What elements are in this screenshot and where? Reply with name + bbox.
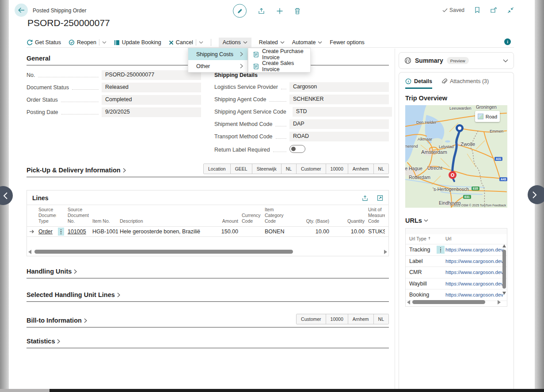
selected-handling-unit-lines-section-header[interactable]: Selected Handling Unit Lines xyxy=(27,291,389,302)
field-value[interactable]: 9/20/2025 xyxy=(102,107,201,117)
related-menu-button[interactable]: Related xyxy=(259,39,285,46)
chip[interactable]: 10000 xyxy=(326,314,348,324)
share-icon[interactable] xyxy=(361,195,369,202)
column-header[interactable]: Item Category Code xyxy=(263,207,292,224)
chip[interactable]: NL xyxy=(373,314,388,324)
url-table-row[interactable]: Tracking https://www.cargoson.dev xyxy=(406,244,507,256)
chip[interactable]: NL xyxy=(281,164,296,174)
chip[interactable]: Arnhem xyxy=(348,314,373,324)
map-city-label: Lelystad xyxy=(439,145,454,149)
column-header[interactable]: Unit of Measure Code xyxy=(366,207,385,224)
pickup-delivery-section-header[interactable]: Pick-Up & Delivery Information Location … xyxy=(27,164,389,177)
chip[interactable]: Arnhem xyxy=(348,164,373,174)
column-header[interactable]: Item No. xyxy=(91,218,118,224)
chip[interactable]: Steenwijk xyxy=(252,164,281,174)
reopen-dropdown-chevron[interactable] xyxy=(102,41,107,44)
menu-item-other[interactable]: Other xyxy=(188,60,247,72)
delete-trash-icon[interactable] xyxy=(294,8,301,15)
scrollbar-thumb[interactable] xyxy=(412,300,485,304)
handling-units-section-header[interactable]: Handling Units xyxy=(27,268,389,278)
chip[interactable]: Customer xyxy=(296,164,326,174)
field-value[interactable]: Released xyxy=(102,83,201,92)
edit-button[interactable] xyxy=(233,4,247,18)
chip[interactable]: 10000 xyxy=(326,164,348,174)
info-icon[interactable]: i xyxy=(504,38,511,45)
urls-vertical-scrollbar[interactable] xyxy=(502,244,506,295)
field-value[interactable]: Completed xyxy=(102,95,201,105)
back-button[interactable] xyxy=(15,4,28,17)
scrollbar-thumb[interactable] xyxy=(34,250,293,254)
column-header[interactable]: Currency Code xyxy=(240,213,263,224)
column-header[interactable]: Description xyxy=(118,218,210,224)
column-header[interactable]: Source Document Type xyxy=(37,207,56,224)
menu-item-create-purchase-invoice[interactable]: Create Purchase Invoice xyxy=(248,48,310,60)
next-record-button[interactable] xyxy=(528,185,544,204)
tab-attachments[interactable]: Attachments (3) xyxy=(441,78,489,89)
url-table-row[interactable]: Waybill https://www.cargoson.dev xyxy=(406,278,507,290)
automate-menu-button[interactable]: Automate xyxy=(292,39,323,46)
url-column-header[interactable]: Url xyxy=(445,236,507,241)
scroll-down-arrow[interactable] xyxy=(502,292,506,295)
row-options-button[interactable] xyxy=(437,246,445,254)
url-table-row[interactable]: CMR https://www.cargoson.dev xyxy=(406,267,507,278)
column-header[interactable]: Qty. (Base) xyxy=(292,218,331,224)
column-header[interactable]: Amount xyxy=(210,218,240,224)
bookmark-icon[interactable] xyxy=(475,7,480,13)
scroll-left-arrow[interactable] xyxy=(28,250,31,254)
maximize-icon[interactable] xyxy=(377,195,383,202)
chip[interactable]: Location xyxy=(204,164,230,174)
new-plus-icon[interactable] xyxy=(276,8,283,15)
return-label-toggle[interactable] xyxy=(289,145,305,153)
fewer-options-button[interactable]: Fewer options xyxy=(330,39,365,46)
cancel-button[interactable]: Cancel xyxy=(169,39,193,46)
field-value[interactable]: ROAD xyxy=(289,132,389,141)
menu-item-create-sales-invoice[interactable]: Create Sales Invoice xyxy=(248,60,310,72)
scroll-right-arrow[interactable] xyxy=(384,250,387,254)
update-booking-button[interactable]: Update Booking xyxy=(114,39,161,46)
actions-menu-button[interactable]: Actions xyxy=(219,38,251,47)
column-header[interactable]: Source Document No. xyxy=(66,207,91,224)
url-link[interactable]: https://www.cargoson.dev xyxy=(445,247,507,252)
scroll-up-arrow[interactable] xyxy=(502,244,506,247)
menu-item-shipping-costs[interactable]: Shipping Costs xyxy=(188,48,247,60)
url-table-row[interactable]: Label https://www.cargoson.dev xyxy=(406,256,507,267)
cancel-dropdown-chevron[interactable] xyxy=(199,41,203,44)
row-options-button[interactable] xyxy=(58,228,64,236)
source-document-no-link[interactable]: 101005 xyxy=(68,228,86,235)
summary-card[interactable]: Summary Preview xyxy=(399,52,514,69)
url-type-column-header[interactable]: Url Type xyxy=(406,236,436,241)
chip[interactable]: GEEL xyxy=(230,164,252,174)
get-status-button[interactable]: Get Status xyxy=(27,39,61,46)
statistics-section-header[interactable]: Statistics xyxy=(27,338,389,348)
tab-details[interactable]: Details xyxy=(405,78,432,89)
column-header[interactable]: Quantity xyxy=(331,218,366,224)
urls-section-header[interactable]: URLs xyxy=(405,217,507,224)
url-link[interactable]: https://www.cargoson.dev xyxy=(445,281,507,286)
chip[interactable]: NL xyxy=(373,164,388,174)
share-icon[interactable] xyxy=(258,8,265,15)
field-value[interactable]: DAP xyxy=(289,119,389,129)
billto-section-header[interactable]: Bill-to Information Customer 10000 Arnhe… xyxy=(27,314,389,327)
source-document-type-link[interactable]: Order xyxy=(38,228,53,235)
collapse-arrows-icon[interactable] xyxy=(507,7,514,13)
field-value[interactable]: STD xyxy=(293,107,392,117)
map-layer-button[interactable]: Road xyxy=(475,111,500,122)
chevron-down-icon[interactable] xyxy=(503,59,508,62)
trip-map[interactable]: Leeuwarden Groningen Den Helder Emmen Al… xyxy=(405,105,507,208)
scroll-right-arrow[interactable] xyxy=(498,300,501,304)
scroll-left-arrow[interactable] xyxy=(407,300,410,304)
reopen-button[interactable]: Reopen xyxy=(68,39,96,46)
url-link[interactable]: https://www.cargoson.dev xyxy=(445,270,507,275)
lines-horizontal-scrollbar[interactable] xyxy=(28,250,387,254)
lines-table-row[interactable]: Order 101005 HGB-1001 Hele geroosterde b… xyxy=(27,227,388,237)
urls-horizontal-scrollbar[interactable] xyxy=(407,300,501,304)
url-link[interactable]: https://www.cargoson.dev xyxy=(445,292,507,297)
field-value[interactable]: Cargoson xyxy=(289,82,389,92)
field-value[interactable]: SCHENKER xyxy=(289,95,389,104)
field-value[interactable]: PSORD-250000077 xyxy=(102,70,201,80)
scrollbar-thumb[interactable] xyxy=(502,250,506,289)
chip[interactable]: Customer xyxy=(297,314,326,324)
url-table-row[interactable]: Booking https://www.cargoson.dev xyxy=(406,289,507,301)
open-in-window-icon[interactable] xyxy=(490,7,497,13)
url-link[interactable]: https://www.cargoson.dev xyxy=(445,259,507,264)
